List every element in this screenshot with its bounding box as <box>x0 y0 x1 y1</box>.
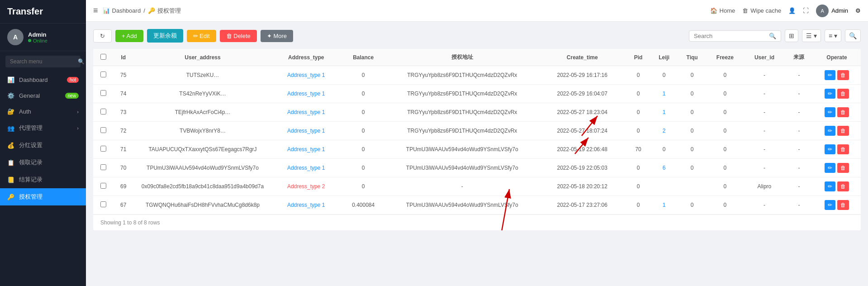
row-select[interactable] <box>93 140 113 159</box>
edit-row-button[interactable]: ✏ <box>825 144 835 154</box>
row-operate: ✏ 🗑 <box>813 122 861 140</box>
breadcrumb-dashboard[interactable]: 📊 Dashboard <box>103 7 141 14</box>
user-status: Online <box>28 38 47 43</box>
sidebar-item-authmanage[interactable]: 🔑 授权管理 <box>0 188 86 205</box>
row-select[interactable] <box>93 103 113 122</box>
row-address-type[interactable]: Address_type 1 <box>272 122 341 140</box>
delete-row-button[interactable]: 🗑 <box>837 89 849 99</box>
row-create-time: 2022-05-29 16:04:07 <box>538 85 626 103</box>
main-content: ≡ 📊 Dashboard / 🔑 授权管理 🏠 Home 🗑 Wipe cac… <box>86 0 868 286</box>
sidebar-item-settle[interactable]: 📒 结算记录 <box>0 171 86 188</box>
edit-row-button[interactable]: ✏ <box>825 200 835 210</box>
row-leiji: 1 <box>650 196 678 214</box>
filter-button[interactable]: ≡ ▾ <box>825 29 841 42</box>
row-address-type[interactable]: Address_type 1 <box>272 159 341 177</box>
row-select[interactable] <box>93 196 113 214</box>
edit-row-button[interactable]: ✏ <box>825 181 835 191</box>
settings-icon[interactable]: ⚙ <box>855 7 861 14</box>
row-user-id: - <box>744 196 785 214</box>
edit-row-button[interactable]: ✏ <box>825 89 835 99</box>
row-create-time: 2022-05-18 20:20:12 <box>538 177 626 196</box>
edit-button[interactable]: ✏ Edit <box>187 30 216 42</box>
delete-row-button[interactable]: 🗑 <box>837 181 849 191</box>
row-leiji: 6 <box>650 159 678 177</box>
add-button[interactable]: + Add <box>115 30 143 42</box>
sidebar-item-agent[interactable]: 👥 代理管理 › <box>0 119 86 137</box>
delete-row-button[interactable]: 🗑 <box>837 163 849 173</box>
row-leiji: 1 <box>650 85 678 103</box>
row-address-type[interactable]: Address_type 1 <box>272 85 341 103</box>
row-source: - <box>785 177 813 196</box>
user-profile: A Admin Online <box>0 24 86 51</box>
delete-row-button[interactable]: 🗑 <box>837 107 849 117</box>
edit-row-button[interactable]: ✏ <box>825 107 835 117</box>
search-box[interactable]: 🔍 <box>689 30 781 42</box>
row-freeze: 0 <box>707 159 744 177</box>
row-address-type[interactable]: Address_type 1 <box>272 140 341 159</box>
row-source: - <box>785 122 813 140</box>
edit-row-button[interactable]: ✏ <box>825 126 835 136</box>
list-view-button[interactable]: ☰ ▾ <box>802 29 821 42</box>
row-freeze: 0 <box>707 196 744 214</box>
grid-view-button[interactable]: ⊞ <box>785 29 798 42</box>
breadcrumb-authmanage[interactable]: 🔑 授权管理 <box>148 7 181 15</box>
row-select[interactable] <box>93 177 113 196</box>
row-operate: ✏ 🗑 <box>813 159 861 177</box>
delete-row-button[interactable]: 🗑 <box>837 144 849 154</box>
row-auth-address: - <box>386 177 538 196</box>
home-link[interactable]: 🏠 Home <box>710 7 735 14</box>
cache-icon: 🗑 <box>742 7 748 14</box>
sidebar: Transfer A Admin Online 🔍 📊 Dashboard ho… <box>0 0 86 286</box>
hamburger-icon[interactable]: ≡ <box>93 6 98 15</box>
row-freeze: 0 <box>707 140 744 159</box>
delete-row-button[interactable]: 🗑 <box>837 126 849 136</box>
sidebar-item-collect[interactable]: 📋 领取记录 <box>0 154 86 171</box>
row-select[interactable] <box>93 159 113 177</box>
wipe-cache-link[interactable]: 🗑 Wipe cache <box>742 7 781 14</box>
delete-row-button[interactable]: 🗑 <box>837 200 849 210</box>
sidebar-item-general[interactable]: ⚙️ General new <box>0 88 86 104</box>
sidebar-item-dividend[interactable]: 💰 分红设置 <box>0 137 86 154</box>
admin-profile[interactable]: A Admin <box>816 5 848 17</box>
row-pid: 0 <box>626 122 650 140</box>
refresh-button[interactable]: ↻ <box>93 29 112 43</box>
row-tiqu: 0 <box>678 66 707 85</box>
row-address-type[interactable]: Address_type 1 <box>272 103 341 122</box>
sidebar-item-label: Dashboard <box>19 76 48 83</box>
chevron-icon: › <box>77 125 79 131</box>
delete-row-button[interactable]: 🗑 <box>837 70 849 80</box>
search-icon: 🔍 <box>78 58 85 65</box>
delete-button[interactable]: 🗑 Delete <box>220 30 257 42</box>
records-table: Id User_address Address_type Balance 授权地… <box>93 49 861 214</box>
more-button[interactable]: ✦ More <box>261 30 293 42</box>
row-select[interactable] <box>93 122 113 140</box>
sidebar-item-label: 代理管理 <box>19 124 43 132</box>
row-pid: 0 <box>626 85 650 103</box>
sidebar-item-dashboard[interactable]: 📊 Dashboard hot <box>0 72 86 88</box>
row-tiqu <box>678 177 707 196</box>
edit-row-button[interactable]: ✏ <box>825 163 835 173</box>
user-info: Admin Online <box>28 31 47 43</box>
row-user-id: - <box>744 103 785 122</box>
row-source: - <box>785 103 813 122</box>
row-auth-address: TRGYyuYpb8zs6F9D1THUQcm4dzD2QZvRx <box>386 103 538 122</box>
search-input[interactable] <box>694 33 766 39</box>
topbar-expand[interactable]: ⛶ <box>803 7 809 14</box>
row-tiqu: 0 <box>678 196 707 214</box>
update-button[interactable]: 更新余额 <box>147 29 183 43</box>
topbar-icon1[interactable]: 👤 <box>788 7 796 14</box>
row-address-type[interactable]: Address_type 2 <box>272 177 341 196</box>
select-all-header[interactable] <box>93 49 113 66</box>
breadcrumb: 📊 Dashboard / 🔑 授权管理 <box>103 7 181 15</box>
column-search-button[interactable]: 🔍 <box>845 29 861 42</box>
row-select[interactable] <box>93 66 113 85</box>
select-all-checkbox[interactable] <box>100 54 106 60</box>
row-select[interactable] <box>93 85 113 103</box>
sidebar-item-auth[interactable]: 🔐 Auth › <box>0 104 86 119</box>
search-menu-input[interactable] <box>10 58 78 65</box>
edit-row-button[interactable]: ✏ <box>825 70 835 80</box>
row-address-type[interactable]: Address_type 1 <box>272 66 341 85</box>
row-source: - <box>785 66 813 85</box>
search-menu[interactable]: 🔍 <box>5 56 81 67</box>
row-address-type[interactable]: Address_type 1 <box>272 196 341 214</box>
